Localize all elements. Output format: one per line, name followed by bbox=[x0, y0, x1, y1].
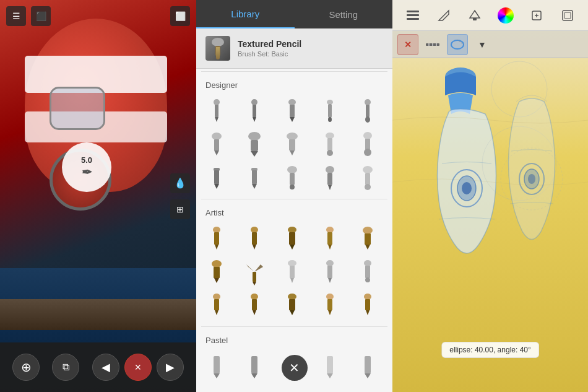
brush-item[interactable] bbox=[314, 96, 345, 127]
next-button[interactable]: ▶ bbox=[157, 354, 184, 381]
brush-item[interactable] bbox=[314, 163, 345, 194]
close-panel-button[interactable]: ✕ bbox=[282, 355, 308, 381]
svg-rect-112 bbox=[563, 11, 573, 20]
svg-point-68 bbox=[288, 260, 296, 266]
svg-point-27 bbox=[326, 133, 334, 139]
layers-icon[interactable] bbox=[525, 4, 548, 27]
brush-item[interactable] bbox=[352, 96, 383, 127]
brush-item[interactable] bbox=[352, 257, 383, 288]
svg-marker-59 bbox=[328, 245, 332, 250]
svg-point-71 bbox=[326, 260, 334, 266]
brush-item[interactable] bbox=[239, 257, 270, 288]
svg-marker-70 bbox=[290, 278, 294, 283]
color-wheel bbox=[498, 7, 514, 24]
svg-rect-78 bbox=[214, 299, 219, 310]
svg-line-106 bbox=[446, 12, 447, 13]
brush-item[interactable] bbox=[277, 163, 308, 194]
svg-rect-103 bbox=[407, 14, 419, 16]
brush-item[interactable] bbox=[201, 96, 232, 127]
brush-item[interactable] bbox=[314, 351, 345, 382]
svg-rect-104 bbox=[407, 18, 419, 20]
svg-point-45 bbox=[363, 166, 373, 173]
grid-icon[interactable]: ⊞ bbox=[170, 199, 190, 219]
svg-point-83 bbox=[288, 294, 296, 300]
brush-item[interactable] bbox=[239, 129, 270, 160]
svg-rect-81 bbox=[252, 299, 257, 310]
brush-item[interactable] bbox=[352, 163, 383, 194]
ruler-tool-button[interactable] bbox=[422, 34, 443, 55]
brush-item[interactable] bbox=[314, 224, 345, 255]
svg-point-77 bbox=[213, 294, 220, 300]
brush-item[interactable] bbox=[352, 129, 383, 160]
layers-button[interactable]: ⧉ bbox=[52, 354, 79, 381]
brush-list[interactable]: Designer bbox=[196, 69, 392, 392]
fullscreen-icon[interactable]: ⬜ bbox=[170, 6, 190, 26]
svg-point-41 bbox=[290, 185, 295, 189]
top-left-icons: ☰ ⬛ bbox=[6, 6, 51, 26]
color-wheel-icon[interactable] bbox=[495, 4, 517, 27]
brush-item[interactable] bbox=[277, 96, 308, 127]
menu-icon[interactable]: ☰ bbox=[6, 6, 26, 26]
frame-icon[interactable] bbox=[556, 4, 579, 27]
brush-item[interactable] bbox=[277, 224, 308, 255]
brush-item[interactable] bbox=[239, 351, 270, 382]
svg-marker-67 bbox=[253, 282, 256, 285]
divider-top bbox=[201, 71, 387, 72]
prev-button[interactable]: ◀ bbox=[92, 354, 119, 381]
section-artist: Artist bbox=[196, 202, 392, 221]
svg-point-118 bbox=[451, 40, 464, 49]
brush-item[interactable] bbox=[277, 257, 308, 288]
svg-marker-35 bbox=[214, 184, 219, 189]
brush-item[interactable] bbox=[314, 257, 345, 288]
brush-item[interactable] bbox=[239, 224, 270, 255]
svg-marker-50 bbox=[215, 245, 218, 250]
svg-rect-28 bbox=[327, 138, 332, 150]
list-icon[interactable] bbox=[402, 4, 424, 27]
brush-item[interactable] bbox=[314, 290, 345, 321]
brush-info: Textured Pencil Brush Set: Basic bbox=[238, 39, 383, 58]
tab-library[interactable]: Library bbox=[196, 0, 295, 28]
brush-item[interactable] bbox=[201, 224, 232, 255]
water-icon[interactable]: 💧 bbox=[170, 173, 190, 193]
deck bbox=[0, 299, 196, 330]
close-button[interactable]: ✕ bbox=[124, 354, 152, 381]
svg-rect-90 bbox=[365, 299, 370, 310]
brush-item[interactable] bbox=[239, 96, 270, 127]
brush-item[interactable] bbox=[201, 351, 232, 382]
svg-rect-1 bbox=[215, 46, 220, 56]
brush-item[interactable] bbox=[352, 351, 383, 382]
svg-rect-7 bbox=[253, 105, 256, 117]
svg-point-63 bbox=[212, 260, 222, 268]
svg-marker-88 bbox=[328, 310, 332, 315]
svg-marker-56 bbox=[290, 245, 295, 250]
bottom-toolbar: ⊕ ⧉ ◀ ✕ ▶ bbox=[0, 342, 196, 392]
gallery-icon[interactable]: ⬛ bbox=[31, 6, 51, 26]
brush-item[interactable] bbox=[352, 290, 383, 321]
svg-point-48 bbox=[213, 227, 220, 233]
svg-marker-101 bbox=[365, 373, 371, 378]
tab-setting[interactable]: Setting bbox=[295, 0, 393, 28]
more-options-button[interactable]: ▼ bbox=[472, 34, 493, 55]
brush-item[interactable] bbox=[277, 290, 308, 321]
ruler-icon[interactable] bbox=[433, 4, 455, 27]
brush-item[interactable] bbox=[201, 257, 232, 288]
svg-marker-8 bbox=[253, 117, 256, 122]
close-x-button[interactable]: ✕ bbox=[397, 34, 418, 55]
stamp-icon[interactable] bbox=[464, 4, 486, 27]
svg-rect-25 bbox=[289, 139, 295, 150]
brush-item[interactable] bbox=[314, 129, 345, 160]
brush-item[interactable] bbox=[201, 129, 232, 160]
brush-item[interactable] bbox=[239, 163, 270, 194]
svg-point-128 bbox=[528, 174, 535, 184]
brush-item[interactable] bbox=[201, 163, 232, 194]
brush-item[interactable] bbox=[239, 290, 270, 321]
ellipse-tool-button[interactable] bbox=[447, 34, 468, 55]
svg-rect-113 bbox=[564, 12, 571, 19]
brush-item[interactable] bbox=[201, 290, 232, 321]
svg-rect-108 bbox=[473, 18, 477, 20]
brush-item[interactable] bbox=[277, 129, 308, 160]
brush-item[interactable] bbox=[352, 224, 383, 255]
svg-point-60 bbox=[363, 227, 373, 234]
add-layer-button[interactable]: ⊕ bbox=[12, 354, 40, 381]
svg-point-24 bbox=[287, 133, 298, 140]
